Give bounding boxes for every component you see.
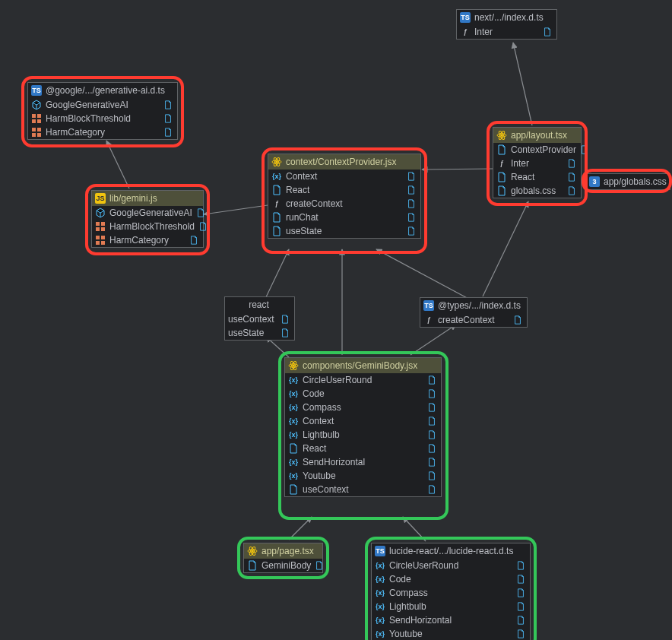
- symbol-label: SendHorizontal: [389, 615, 512, 626]
- svg-rect-1: [37, 114, 41, 118]
- file-link-icon: [163, 114, 173, 123]
- module-icon: [288, 443, 299, 454]
- svg-rect-5: [37, 128, 41, 131]
- title-text: app/layout.tsx: [511, 130, 567, 141]
- enum-icon: [95, 221, 106, 232]
- symbol-row[interactable]: {x}SendHorizontal: [285, 455, 441, 469]
- symbol-label: Lightbulb: [389, 601, 512, 612]
- symbol-row[interactable]: useState: [225, 326, 294, 340]
- node-next-index[interactable]: TS next/.../index.d.ts ƒ Inter: [456, 9, 557, 40]
- symbol-row[interactable]: GoogleGenerativeAI: [92, 206, 203, 220]
- export-icon: {x}: [375, 588, 385, 598]
- symbol-row[interactable]: React: [493, 170, 581, 184]
- node-context-provider[interactable]: context/ContextProvider.jsx {x}Context R…: [268, 154, 421, 239]
- symbol-label: useContext: [228, 314, 277, 325]
- node-app-page[interactable]: app/page.tsx GeminiBody: [243, 543, 323, 573]
- file-link-icon: [516, 561, 525, 570]
- node-title: TS @types/.../index.d.ts: [420, 298, 527, 313]
- symbol-row[interactable]: {x}Code: [372, 572, 530, 586]
- symbol-row[interactable]: HarmBlockThreshold: [92, 220, 203, 233]
- svg-rect-14: [96, 241, 100, 245]
- symbol-row[interactable]: React: [268, 183, 420, 197]
- react-icon: [496, 130, 507, 141]
- symbol-label: GeminiBody: [262, 560, 311, 571]
- file-link-icon: [407, 199, 416, 208]
- symbol-row[interactable]: React: [285, 442, 441, 455]
- symbol-row[interactable]: HarmCategory: [92, 233, 203, 247]
- file-link-icon: [407, 172, 416, 181]
- symbol-row[interactable]: GeminiBody: [244, 559, 322, 572]
- symbol-row[interactable]: {x}Context: [268, 170, 420, 183]
- file-link-icon: [198, 222, 208, 231]
- node-gemini-body[interactable]: components/GeminiBody.jsx {x}CircleUserR…: [284, 357, 442, 497]
- symbol-row[interactable]: useContext: [285, 483, 441, 496]
- symbol-row[interactable]: GoogleGenerativeAI: [28, 98, 177, 112]
- symbol-row[interactable]: useContext: [225, 312, 294, 326]
- file-link-icon: [407, 185, 416, 195]
- module-icon: [271, 226, 282, 236]
- symbol-row[interactable]: {x}Lightbulb: [285, 428, 441, 442]
- export-icon: {x}: [375, 601, 385, 612]
- file-link-icon: [427, 471, 436, 480]
- title-text: lucide-react/.../lucide-react.d.ts: [389, 546, 513, 556]
- symbol-row[interactable]: ƒInter: [493, 157, 581, 170]
- symbol-label: ContextProvider: [511, 144, 576, 155]
- symbol-row[interactable]: useState: [268, 224, 420, 238]
- node-lucide-react[interactable]: TS lucide-react/.../lucide-react.d.ts {x…: [371, 543, 531, 640]
- symbol-row[interactable]: {x}Youtube: [285, 469, 441, 483]
- symbol-row[interactable]: {x}CircleUserRound: [285, 373, 441, 387]
- file-link-icon: [567, 186, 576, 195]
- svg-rect-15: [101, 241, 105, 245]
- node-app-globals-css[interactable]: 3 app/globals.css: [585, 173, 670, 190]
- svg-rect-9: [101, 222, 105, 226]
- node-lib-gemini[interactable]: JS lib/gemini.js GoogleGenerativeAI Harm…: [91, 190, 204, 248]
- symbol-row[interactable]: {x}Compass: [372, 586, 530, 600]
- symbol-row[interactable]: {x}Context: [285, 414, 441, 428]
- symbol-row[interactable]: HarmCategory: [28, 125, 177, 139]
- svg-rect-12: [96, 236, 100, 239]
- symbol-label: Youtube: [389, 629, 512, 639]
- symbol-row[interactable]: {x}Youtube: [372, 627, 530, 640]
- export-icon: {x}: [271, 171, 282, 182]
- node-title: app/layout.tsx: [493, 128, 581, 143]
- export-icon: {x}: [288, 375, 299, 385]
- symbol-row[interactable]: globals.css: [493, 184, 581, 198]
- node-app-layout[interactable]: app/layout.tsx ContextProvider ƒInter Re…: [493, 127, 582, 198]
- title-text: @google/.../generative-ai.d.ts: [46, 85, 165, 96]
- class-icon: [31, 100, 42, 110]
- symbol-row[interactable]: ContextProvider: [493, 143, 581, 157]
- symbol-row[interactable]: {x}SendHorizontal: [372, 613, 530, 627]
- symbol-row[interactable]: runChat: [268, 211, 420, 224]
- export-icon: {x}: [375, 615, 385, 626]
- title-text: lib/gemini.js: [109, 193, 157, 204]
- file-link-icon: [407, 227, 416, 236]
- symbol-label: GoogleGenerativeAI: [46, 100, 160, 110]
- file-link-icon: [427, 389, 436, 398]
- symbol-row[interactable]: HarmBlockThreshold: [28, 112, 177, 125]
- symbol-row[interactable]: {x}CircleUserRound: [372, 559, 530, 572]
- file-link-icon: [163, 100, 173, 109]
- symbol-row[interactable]: ƒcreateContext: [268, 197, 420, 211]
- symbol-row[interactable]: {x}Code: [285, 387, 441, 401]
- symbol-row[interactable]: ƒcreateContext: [420, 313, 527, 327]
- node-types-index[interactable]: TS @types/.../index.d.ts ƒcreateContext: [420, 297, 528, 328]
- node-google-generative-ai[interactable]: TS @google/.../generative-ai.d.ts Google…: [27, 82, 178, 140]
- file-link-icon: [516, 588, 525, 597]
- function-icon: ƒ: [423, 315, 434, 325]
- symbol-row[interactable]: ƒ Inter: [457, 25, 556, 39]
- symbol-label: HarmBlockThreshold: [109, 221, 195, 232]
- file-link-icon: [513, 315, 522, 325]
- file-link-icon: [281, 328, 290, 337]
- symbol-row[interactable]: {x}Lightbulb: [372, 600, 530, 613]
- symbol-label: HarmCategory: [109, 235, 185, 246]
- symbol-label: Lightbulb: [303, 429, 423, 440]
- enum-icon: [31, 113, 42, 124]
- symbol-label: SendHorizontal: [303, 457, 423, 467]
- file-link-icon: [407, 213, 416, 222]
- node-react[interactable]: react useContext useState: [224, 296, 295, 341]
- symbol-label: createContext: [438, 315, 509, 325]
- typescript-icon: TS: [423, 300, 434, 311]
- node-title: JS lib/gemini.js: [92, 191, 203, 206]
- export-icon: {x}: [375, 574, 385, 585]
- symbol-row[interactable]: {x}Compass: [285, 401, 441, 414]
